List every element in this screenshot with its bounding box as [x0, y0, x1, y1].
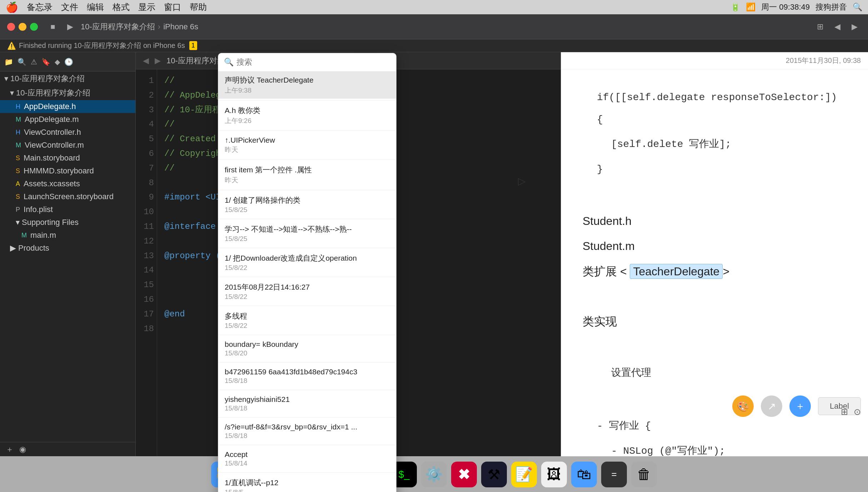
- forward-button[interactable]: ▶: [848, 20, 861, 33]
- menu-wenjian[interactable]: 文件: [61, 1, 78, 13]
- sidebar-item-group[interactable]: ▾ 10-应用程序对象介绍: [0, 86, 135, 100]
- content-line-3: }: [583, 158, 847, 181]
- bookmark-icon[interactable]: 🔖: [41, 58, 50, 66]
- divider-3: [218, 190, 396, 190]
- popup-item-6[interactable]: 1/ 把Downloader改造成自定义operation 15/8/22: [218, 250, 396, 275]
- disclosure-products: ▶: [10, 243, 16, 253]
- dock-trash[interactable]: 🗑: [631, 462, 657, 487]
- file-icon-plist: P: [16, 206, 20, 213]
- breadcrumb-device[interactable]: iPhone 6s: [163, 22, 198, 31]
- sidebar-item-appdelegate-h[interactable]: H AppDelegate.h: [0, 100, 135, 113]
- sidebar-item-main-storyboard[interactable]: S Main.storyboard: [0, 152, 135, 164]
- popup-item-5[interactable]: 学习--> 不知道-->知道-->不熟练-->熟-- 15/8/25: [218, 221, 396, 246]
- palette-icon[interactable]: 🎨: [732, 395, 754, 417]
- sidebar-item-info-plist[interactable]: P Info.plist: [0, 203, 135, 216]
- popup-item-7-title: 2015年08月22日14:16:27: [225, 282, 390, 292]
- dock-xcode-dark[interactable]: ⚒: [481, 462, 507, 487]
- run-button[interactable]: ▶: [64, 20, 76, 33]
- dock-preview[interactable]: 🖼: [541, 462, 567, 487]
- menu-chuangkou[interactable]: 窗口: [164, 1, 181, 13]
- minimize-button[interactable]: [19, 23, 26, 31]
- content-line-homework1: - 写作业 {: [583, 415, 847, 437]
- sidebar-item-main-m[interactable]: M main.m: [0, 229, 135, 242]
- sidebar-item-launchscreen[interactable]: S LaunchScreen.storyboard: [0, 190, 135, 203]
- filename-supporting-files: Supporting Files: [22, 218, 79, 227]
- filename-hmmmd-storyboard: HMMMD.storyboard: [24, 166, 94, 176]
- gear-icon: ⚙️: [425, 466, 443, 483]
- input-method[interactable]: 搜狗拼音: [815, 2, 847, 13]
- popup-item-10[interactable]: b472961159 6aa413fd1b48ed79c194c3 15/8/1…: [218, 364, 396, 388]
- resize-icon[interactable]: ⊙: [854, 407, 861, 417]
- sidebar-item-supporting-files[interactable]: ▾ Supporting Files: [0, 216, 135, 229]
- menu-beiyilu[interactable]: 备忘录: [27, 1, 53, 13]
- notes-popup[interactable]: 🔍 声明协议 TeacherDelegate 上午9:38 A.h 教你类 上午…: [218, 53, 396, 492]
- menu-geshi[interactable]: 格式: [113, 1, 130, 13]
- popup-item-13[interactable]: Accept 15/8/14: [218, 447, 396, 471]
- popup-item-6-title: 1/ 把Downloader改造成自定义operation: [225, 253, 390, 263]
- alert-icon[interactable]: ⚠: [31, 58, 37, 66]
- right-panel-date: 2015年11月30日, 09:38: [561, 52, 868, 69]
- apple-icon[interactable]: 🍎: [6, 1, 18, 13]
- dock-xmind[interactable]: ✖: [451, 462, 477, 487]
- folder-icon[interactable]: 📁: [4, 58, 13, 66]
- clock: 周一 09:38:49: [761, 2, 810, 13]
- popup-item-7[interactable]: 2015年08月22日14:16:27 15/8/22: [218, 279, 396, 304]
- magnify-icon[interactable]: 🔍: [18, 58, 26, 66]
- popup-item-8[interactable]: 多线程 15/8/22: [218, 308, 396, 333]
- popup-item-0[interactable]: 声明协议 TeacherDelegate 上午9:38: [218, 72, 396, 99]
- dock-system-prefs[interactable]: ⚙️: [421, 462, 447, 487]
- layout-button[interactable]: ⊞: [814, 20, 827, 33]
- preview-icon: 🖼: [547, 466, 561, 482]
- group-disclosure-icon: ▾: [10, 88, 14, 98]
- sidebar-item-project-root[interactable]: ▾ 10-应用程序对象介绍: [0, 72, 135, 86]
- stop-button[interactable]: ■: [46, 20, 59, 33]
- sidebar-item-viewcontroller-h[interactable]: H ViewController.h: [0, 126, 135, 139]
- filename-assets: Assets.xcassets: [24, 179, 80, 188]
- menu-bangzhu[interactable]: 帮助: [190, 1, 207, 13]
- popup-item-12[interactable]: /s?ie=utf-8&f=3&rsv_bp=0&rsv_idx=1 ... 1…: [218, 419, 396, 443]
- sidebar-item-viewcontroller-m[interactable]: M ViewController.m: [0, 139, 135, 152]
- grid-icon[interactable]: ⊞: [841, 407, 848, 417]
- sidebar-item-hmmmd-storyboard[interactable]: S HMMMD.storyboard: [0, 164, 135, 177]
- menubar: 🍎 备忘录 文件 编辑 格式 显示 窗口 帮助 🔋 📶 周一 09:38:49 …: [0, 0, 868, 14]
- line-1: 1: [139, 74, 154, 88]
- maximize-button[interactable]: [30, 23, 38, 31]
- filename-appdelegate-m: AppDelegate.m: [25, 115, 79, 124]
- dock-calculator[interactable]: =: [601, 462, 627, 487]
- filter-icon[interactable]: ◉: [19, 445, 26, 454]
- popup-item-4[interactable]: 1/ 创建了网络操作的类 15/8/25: [218, 192, 396, 217]
- sidebar-item-assets[interactable]: A Assets.xcassets: [0, 177, 135, 190]
- popup-item-1[interactable]: A.h 教你类 上午9:26: [218, 102, 396, 129]
- popup-item-11-title: yishengyishiaini521: [225, 395, 390, 404]
- content-line-impl: 类实现: [583, 309, 847, 334]
- filename-launchscreen: LaunchScreen.storyboard: [24, 192, 114, 201]
- popup-item-5-title: 学习--> 不知道-->知道-->不熟练-->熟--: [225, 224, 390, 234]
- share-icon[interactable]: ↗: [761, 395, 782, 417]
- breadcrumb: 10-应用程序对象介绍 › iPhone 6s: [81, 21, 809, 32]
- history-icon[interactable]: 🕒: [64, 58, 73, 66]
- popup-item-3[interactable]: first item 第一个控件 .属性 昨天: [218, 161, 396, 188]
- navigator-button[interactable]: ◀: [831, 20, 844, 33]
- search-icon[interactable]: 🔍: [853, 3, 862, 12]
- menu-xianshi[interactable]: 显示: [138, 1, 155, 13]
- popup-item-2[interactable]: ↑.UIPickerView 昨天: [218, 132, 396, 158]
- breadcrumb-project[interactable]: 10-应用程序对象介绍: [81, 21, 155, 32]
- nav-back[interactable]: ◀: [143, 56, 149, 65]
- popup-search-input[interactable]: [236, 58, 390, 67]
- dock-notes[interactable]: 📝: [511, 462, 537, 487]
- desktop-label: 桌面: [842, 443, 857, 453]
- add-icon[interactable]: ＋: [6, 444, 14, 455]
- sidebar-item-appdelegate-m[interactable]: M AppDelegate.m: [0, 113, 135, 126]
- nav-forward[interactable]: ▶: [155, 56, 161, 65]
- add-panel-icon[interactable]: ＋: [789, 395, 811, 417]
- dock-appstore[interactable]: 🛍: [571, 462, 597, 487]
- content-line-student-h: Student.h: [583, 208, 847, 233]
- content-line-2: [self.delete 写作业];: [583, 133, 847, 156]
- menu-bianji[interactable]: 编辑: [87, 1, 104, 13]
- popup-item-9[interactable]: boundary= kBoundary 15/8/20: [218, 336, 396, 361]
- popup-item-14[interactable]: 1/直机调试--p12 15/8/5: [218, 474, 396, 492]
- breakpoint-icon[interactable]: ◆: [55, 58, 60, 66]
- close-button[interactable]: [7, 23, 15, 31]
- sidebar-item-products[interactable]: ▶ Products: [0, 242, 135, 255]
- popup-item-11[interactable]: yishengyishiaini521 15/8/18: [218, 392, 396, 416]
